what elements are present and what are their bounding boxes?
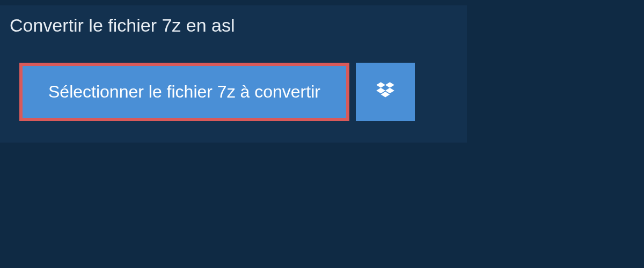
dropbox-icon bbox=[374, 80, 397, 105]
page-title: Convertir le fichier 7z en asl bbox=[0, 5, 251, 46]
dropbox-button[interactable] bbox=[356, 63, 415, 121]
select-file-button[interactable]: Sélectionner le fichier 7z à convertir bbox=[19, 63, 349, 121]
converter-panel: Convertir le fichier 7z en asl Sélection… bbox=[0, 5, 467, 143]
button-row: Sélectionner le fichier 7z à convertir bbox=[0, 46, 467, 143]
